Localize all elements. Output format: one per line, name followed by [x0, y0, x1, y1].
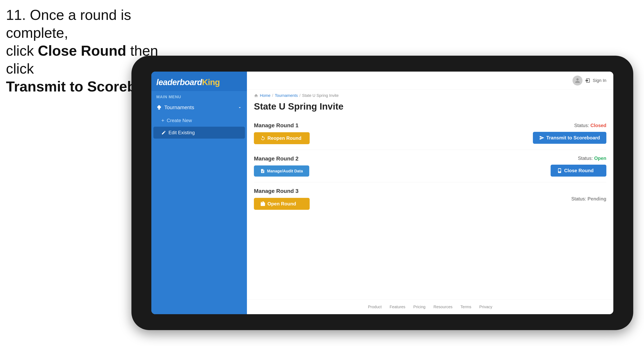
round-3-left: Manage Round 3 Open Round: [254, 188, 310, 210]
logo-leaderboard-text: leaderboard: [156, 78, 202, 87]
footer-terms[interactable]: Terms: [460, 305, 471, 309]
create-new-label: Create New: [167, 118, 192, 123]
open-round-icon: [260, 201, 266, 206]
manage-audit-data-button[interactable]: Manage/Audit Data: [254, 166, 309, 176]
sidebar-logo-area: leaderboardKing: [151, 72, 247, 91]
instruction-line1: 11. Once a round is complete,: [6, 7, 131, 41]
breadcrumb-current: State U Spring Invite: [302, 93, 338, 98]
breadcrumb-sep2: /: [300, 93, 301, 98]
chevron-down-icon: [238, 105, 242, 110]
round-1-left: Manage Round 1 Reopen Round: [254, 122, 310, 144]
reopen-round-button[interactable]: Reopen Round: [254, 132, 310, 144]
sidebar-item-create-new[interactable]: + Create New: [151, 114, 247, 127]
breadcrumb: Home / Tournaments / State U Spring Invi…: [247, 90, 613, 99]
round-3-right: Status: Pending: [571, 196, 606, 202]
nav-tournaments-left: Tournaments: [156, 104, 194, 111]
round-2-status: Status: Open: [578, 156, 606, 161]
logo-king-text: King: [202, 78, 220, 87]
sign-in-area[interactable]: Sign In: [572, 76, 606, 86]
round-2-right: Status: Open Close Round: [550, 156, 606, 176]
app-logo: leaderboardKing: [156, 78, 242, 87]
sign-in-icon: [585, 78, 590, 83]
sidebar-item-edit-existing[interactable]: Edit Existing: [153, 127, 245, 139]
instruction-line2-prefix: click: [6, 43, 38, 59]
footer-privacy[interactable]: Privacy: [479, 305, 492, 309]
edit-icon: [161, 130, 166, 135]
transmit-icon: [539, 135, 544, 140]
tablet-device: leaderboardKing MAIN MENU Tournaments: [132, 56, 633, 330]
round-2-title: Manage Round 2: [254, 156, 309, 162]
topbar: Sign In: [247, 72, 613, 90]
round-2-section: Manage Round 2 Manage/Audit Data Status:…: [254, 150, 606, 182]
transmit-to-scoreboard-button[interactable]: Transmit to Scoreboard: [533, 132, 606, 144]
footer-features[interactable]: Features: [390, 305, 406, 309]
user-icon: [575, 78, 580, 83]
sidebar-navigation: Tournaments + Create New: [151, 101, 247, 314]
close-round-icon: [557, 168, 562, 173]
page-title: State U Spring Invite: [247, 99, 613, 117]
tablet-screen: leaderboardKing MAIN MENU Tournaments: [151, 72, 613, 314]
content-area: Manage Round 1 Reopen Round Status: Clos…: [247, 117, 613, 300]
round-1-status: Status: Closed: [574, 123, 606, 128]
round-3-status: Status: Pending: [571, 196, 606, 202]
trophy-icon: [156, 105, 162, 110]
sidebar: leaderboardKing MAIN MENU Tournaments: [151, 72, 247, 314]
reopen-icon: [260, 136, 266, 141]
sign-in-label: Sign In: [593, 78, 606, 83]
round-1-section: Manage Round 1 Reopen Round Status: Clos…: [254, 117, 606, 150]
footer: Product Features Pricing Resources Terms…: [247, 300, 613, 314]
home-icon: [254, 93, 258, 98]
round-1-title: Manage Round 1: [254, 122, 310, 129]
breadcrumb-tournaments[interactable]: Tournaments: [275, 93, 298, 98]
round-3-title: Manage Round 3: [254, 188, 310, 194]
avatar: [572, 76, 582, 86]
sidebar-tournaments-label: Tournaments: [164, 104, 194, 111]
footer-resources[interactable]: Resources: [434, 305, 453, 309]
edit-existing-label: Edit Existing: [168, 130, 195, 135]
breadcrumb-home[interactable]: Home: [260, 93, 270, 98]
round-1-right: Status: Closed Transmit to Scoreboard: [533, 123, 606, 144]
instruction-close-round: Close Round: [38, 43, 126, 59]
audit-icon: [260, 169, 265, 173]
open-round-button[interactable]: Open Round: [254, 198, 310, 210]
close-round-button[interactable]: Close Round: [550, 165, 606, 176]
footer-product[interactable]: Product: [368, 305, 382, 309]
main-content: Sign In Home / Tournaments / State U Spr…: [247, 72, 613, 314]
round-2-left: Manage Round 2 Manage/Audit Data: [254, 156, 309, 176]
app-layout: leaderboardKing MAIN MENU Tournaments: [151, 72, 613, 314]
sidebar-item-tournaments[interactable]: Tournaments: [151, 101, 247, 114]
round-3-section: Manage Round 3 Open Round Status: Pendin…: [254, 182, 606, 215]
footer-pricing[interactable]: Pricing: [414, 305, 426, 309]
main-menu-label: MAIN MENU: [151, 91, 247, 101]
breadcrumb-sep1: /: [272, 93, 273, 98]
